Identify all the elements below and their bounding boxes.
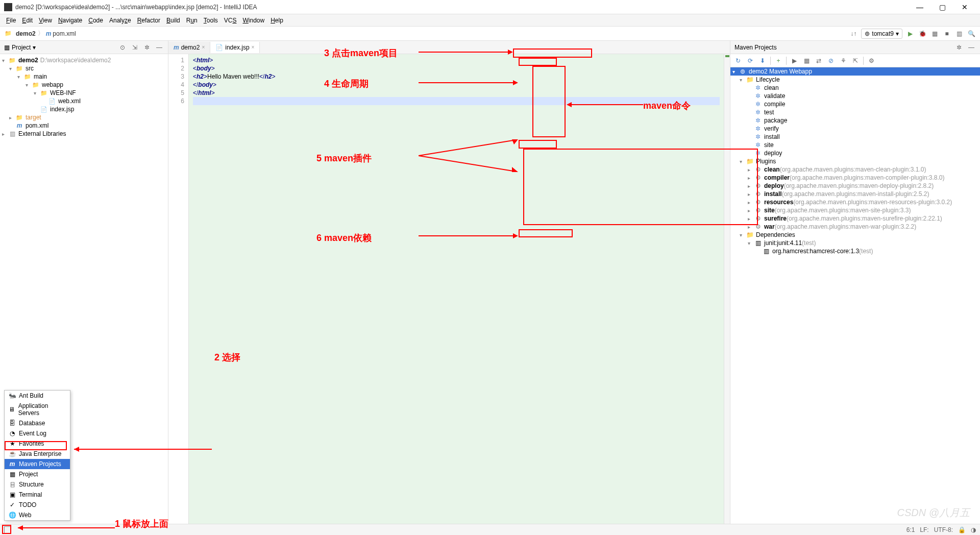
stop-button[interactable]: ■ xyxy=(942,29,951,38)
close-button[interactable]: ✕ xyxy=(958,3,972,11)
plugin-compiler[interactable]: ▸⚙compiler (org.apache.maven.plugins:mav… xyxy=(730,174,980,182)
editor-tab-demo2[interactable]: mdemo2× xyxy=(168,42,210,53)
lifecycle-test[interactable]: ✲test xyxy=(730,108,980,116)
project-panel-title[interactable]: Project xyxy=(12,44,31,51)
menu-build[interactable]: Build xyxy=(163,16,183,25)
tree-root[interactable]: ▾ demo2 D:\workspace\idea\demo2 xyxy=(0,56,168,64)
lifecycle-deploy[interactable]: ✲deploy xyxy=(730,149,980,157)
menu-edit[interactable]: Edit xyxy=(19,16,36,25)
generate-icon[interactable]: ⟳ xyxy=(746,56,755,65)
run-config-selector[interactable]: ⊚ tomcat9 ▾ xyxy=(861,29,902,39)
lifecycle-validate[interactable]: ✲validate xyxy=(730,92,980,100)
minimize-button[interactable]: — xyxy=(913,3,927,11)
line-separator[interactable]: LF: xyxy=(920,526,928,533)
settings-icon[interactable]: ⚙ xyxy=(867,56,876,65)
tree-target[interactable]: ▸target xyxy=(0,113,168,121)
plugin-war[interactable]: ▸⚙war (org.apache.maven.plugins:maven-wa… xyxy=(730,223,980,231)
encoding[interactable]: UTF-8: xyxy=(934,526,953,533)
popup-item-database[interactable]: 🗄Database xyxy=(5,418,70,428)
menu-run[interactable]: Run xyxy=(183,16,201,25)
maven-dep-junit[interactable]: ▾▥junit:junit:4.11 (test) xyxy=(730,239,980,247)
menu-code[interactable]: Code xyxy=(85,16,106,25)
run-icon[interactable]: ▶ xyxy=(790,56,799,65)
menu-help[interactable]: Help xyxy=(267,16,286,25)
maven-dep-hamcrest[interactable]: ▥org.hamcrest:hamcrest-core:1.3 (test) xyxy=(730,247,980,255)
tree-webxml[interactable]: web.xml xyxy=(0,97,168,105)
menu-analyze[interactable]: Analyze xyxy=(106,16,134,25)
maven-lifecycle-node[interactable]: ▾📁Lifecycle xyxy=(730,76,980,84)
sort-icon[interactable]: ↓↑ xyxy=(849,29,858,38)
editor-body[interactable]: 1 2 3 4 5 6 <html> <body> <h2>Hello Mave… xyxy=(168,54,730,524)
popup-item-project[interactable]: ▦Project xyxy=(5,469,70,479)
plugin-install[interactable]: ▸⚙install (org.apache.maven.plugins:mave… xyxy=(730,190,980,198)
expand-icon[interactable]: ⇲ xyxy=(130,43,139,52)
maven-deps-node[interactable]: ▾📁Dependencies xyxy=(730,231,980,239)
close-icon[interactable]: × xyxy=(252,44,255,50)
tree-src[interactable]: ▾src xyxy=(0,64,168,72)
plugin-deploy[interactable]: ▸⚙deploy (org.apache.maven.plugins:maven… xyxy=(730,182,980,190)
lifecycle-install[interactable]: ✲install xyxy=(730,133,980,141)
menu-vcs[interactable]: VCS xyxy=(221,16,240,25)
skip-tests-icon[interactable]: ⊘ xyxy=(826,56,836,65)
popup-item-web[interactable]: 🌐Web xyxy=(5,510,70,520)
layout-button[interactable]: ▥ xyxy=(954,29,964,38)
maximize-button[interactable]: ▢ xyxy=(935,3,949,11)
breadcrumb-root[interactable]: demo2 xyxy=(4,30,36,37)
hide-icon[interactable]: — xyxy=(155,43,164,52)
maven-project-node[interactable]: ▾⊚ demo2 Maven Webapp xyxy=(730,67,980,76)
plugin-site[interactable]: ▸⚙site (org.apache.maven.plugins:maven-s… xyxy=(730,206,980,214)
lifecycle-package[interactable]: ✲package xyxy=(730,116,980,125)
hide-icon[interactable]: — xyxy=(967,43,976,52)
graph-icon[interactable]: ⚘ xyxy=(839,56,848,65)
execute-icon[interactable]: ▦ xyxy=(802,56,811,65)
menu-tools[interactable]: Tools xyxy=(201,16,221,25)
lifecycle-compile[interactable]: ✲compile xyxy=(730,100,980,108)
menu-window[interactable]: Window xyxy=(239,16,267,25)
popup-item-terminal[interactable]: ▣Terminal xyxy=(5,490,70,500)
lifecycle-site[interactable]: ✲site xyxy=(730,141,980,149)
popup-item-todo[interactable]: ✓TODO xyxy=(5,500,70,510)
refresh-icon[interactable]: ↻ xyxy=(733,56,743,65)
popup-item-application-servers[interactable]: 🖥Application Servers xyxy=(5,401,70,418)
popup-item-ant-build[interactable]: 🐜Ant Build xyxy=(5,391,70,401)
tree-main[interactable]: ▾main xyxy=(0,72,168,81)
search-button[interactable]: 🔍 xyxy=(967,29,976,38)
lifecycle-clean[interactable]: ✲clean xyxy=(730,84,980,92)
add-icon[interactable]: + xyxy=(774,56,783,65)
plugin-resources[interactable]: ▸⚙resources (org.apache.maven.plugins:ma… xyxy=(730,198,980,206)
download-icon[interactable]: ⬇ xyxy=(758,56,767,65)
tree-indexjsp[interactable]: index.jsp xyxy=(0,105,168,113)
toggle-icon[interactable]: ⇄ xyxy=(814,56,823,65)
menu-file[interactable]: File xyxy=(3,16,19,25)
lock-icon[interactable]: 🔒 xyxy=(958,526,966,533)
tree-webinf[interactable]: ▾WEB-INF xyxy=(0,89,168,97)
plugin-surefire[interactable]: ▸⚙surefire (org.apache.maven.plugins:mav… xyxy=(730,214,980,223)
lifecycle-verify[interactable]: ✲verify xyxy=(730,125,980,133)
close-icon[interactable]: × xyxy=(202,44,205,50)
menu-navigate[interactable]: Navigate xyxy=(55,16,85,25)
tool-windows-button[interactable] xyxy=(4,526,11,533)
maven-plugins-node[interactable]: ▾📁Plugins xyxy=(730,157,980,165)
menu-refactor[interactable]: Refactor xyxy=(134,16,163,25)
settings-icon[interactable]: ✲ xyxy=(954,43,964,52)
breadcrumb-file[interactable]: m pom.xml xyxy=(46,30,76,37)
settings-icon[interactable]: ✲ xyxy=(142,43,152,52)
run-button[interactable]: ▶ xyxy=(905,29,915,38)
coverage-button[interactable]: ▦ xyxy=(930,29,939,38)
collapse-all-icon[interactable]: ⇱ xyxy=(851,56,860,65)
tree-webapp[interactable]: ▾webapp xyxy=(0,81,168,89)
chevron-down-icon[interactable]: ▾ xyxy=(33,44,36,51)
popup-item-structure[interactable]: ⌸Structure xyxy=(5,479,70,490)
popup-item-favorites[interactable]: ★Favorites xyxy=(5,439,70,449)
tree-pomxml[interactable]: mpom.xml xyxy=(0,121,168,130)
popup-item-event-log[interactable]: ◔Event Log xyxy=(5,428,70,439)
menu-view[interactable]: View xyxy=(36,16,55,25)
popup-item-java-enterprise[interactable]: ☕Java Enterprise xyxy=(5,449,70,459)
editor-tab-indexjsp[interactable]: 📄index.jsp× xyxy=(210,42,260,53)
debug-button[interactable]: 🐞 xyxy=(918,29,927,38)
code-content[interactable]: <html> <body> <h2>Hello Maven web!!!</h2… xyxy=(189,54,724,524)
collapse-icon[interactable]: ⊙ xyxy=(118,43,127,52)
plugin-clean[interactable]: ▸⚙clean (org.apache.maven.plugins:maven-… xyxy=(730,165,980,174)
popup-item-maven-projects[interactable]: mMaven Projects xyxy=(5,459,70,469)
tree-external-libs[interactable]: ▸External Libraries xyxy=(0,130,168,138)
